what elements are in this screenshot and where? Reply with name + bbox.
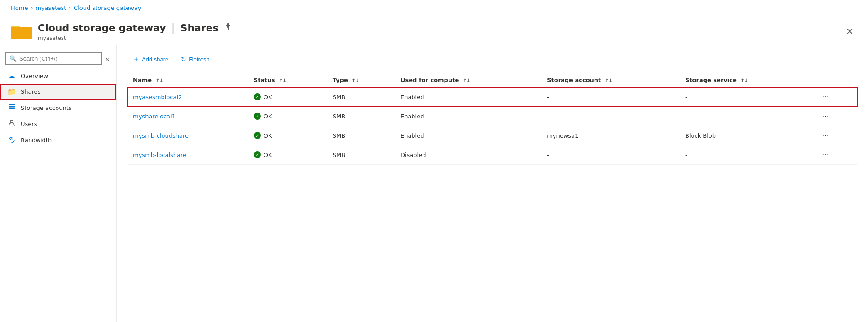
resource-name: Cloud storage gateway	[38, 22, 166, 34]
cell-type: SMB	[327, 107, 395, 126]
pin-icon[interactable]	[224, 23, 232, 33]
svg-rect-6	[9, 104, 15, 105]
nav-label-overview: Overview	[21, 73, 48, 79]
cell-used-for-compute: Enabled	[395, 87, 542, 107]
cell-storage-account: -	[542, 87, 680, 107]
cell-more-actions: ···	[814, 145, 857, 165]
add-share-button[interactable]: ＋ Add share	[128, 52, 174, 66]
svg-rect-7	[9, 106, 15, 108]
svg-point-10	[9, 137, 14, 143]
col-header-used-for-compute[interactable]: Used for compute ↑↓	[395, 73, 542, 87]
sort-icon-type: ↑↓	[352, 78, 359, 83]
status-ok-icon	[254, 151, 261, 158]
folder-icon	[11, 22, 32, 40]
svg-point-9	[10, 120, 13, 123]
col-header-name[interactable]: Name ↑↓	[128, 73, 248, 87]
add-share-label: Add share	[142, 56, 168, 63]
content-area: 🔍 « ☁ Overview 📁 Shares	[0, 45, 868, 322]
cell-storage-account: -	[542, 145, 680, 165]
collapse-sidebar-button[interactable]: «	[104, 53, 111, 64]
table-row[interactable]: myasesmblocal2OKSMBEnabled--···	[128, 87, 857, 107]
bandwidth-icon	[7, 135, 16, 144]
cell-storage-service: Block Blob	[680, 126, 814, 145]
cell-more-actions: ···	[814, 87, 857, 107]
status-label: OK	[264, 132, 272, 139]
cell-storage-service: -	[680, 107, 814, 126]
sidebar: 🔍 « ☁ Overview 📁 Shares	[0, 45, 117, 322]
search-input[interactable]	[19, 55, 98, 62]
search-icon: 🔍	[9, 55, 17, 62]
sort-icon-storage-account: ↑↓	[605, 78, 612, 83]
svg-rect-4	[226, 25, 230, 26]
breadcrumb-sep-2: ›	[69, 5, 71, 11]
cell-storage-account: mynewsa1	[542, 126, 680, 145]
status-label: OK	[264, 94, 272, 100]
cell-type: SMB	[327, 87, 395, 107]
search-container: 🔍 «	[0, 49, 116, 68]
col-header-status[interactable]: Status ↑↓	[248, 73, 327, 87]
cell-name: myasesmblocal2	[128, 87, 248, 107]
share-name-link[interactable]: mysmb-cloudshare	[133, 132, 189, 139]
breadcrumb-cloud-storage-gateway[interactable]: Cloud storage gateway	[74, 4, 141, 11]
cell-storage-service: -	[680, 87, 814, 107]
section-name: Shares	[181, 22, 219, 34]
status-label: OK	[264, 152, 272, 158]
more-actions-button[interactable]: ···	[819, 131, 832, 140]
refresh-button[interactable]: ↻ Refresh	[176, 53, 215, 65]
cell-status: OK	[248, 145, 327, 165]
header-subtitle: myasetest	[38, 35, 837, 41]
sidebar-item-users[interactable]: Users	[0, 116, 116, 132]
col-header-actions	[814, 73, 857, 87]
status-ok-icon	[254, 93, 261, 100]
col-header-type[interactable]: Type ↑↓	[327, 73, 395, 87]
nav-label-storage-accounts: Storage accounts	[21, 104, 72, 111]
status-label: OK	[264, 113, 272, 120]
sidebar-item-overview[interactable]: ☁ Overview	[0, 68, 116, 84]
table-row[interactable]: mysharelocal1OKSMBEnabled--···	[128, 107, 857, 126]
cell-type: SMB	[327, 126, 395, 145]
cell-used-for-compute: Disabled	[395, 145, 542, 165]
shares-table: Name ↑↓ Status ↑↓ Type ↑↓ Used for compu…	[128, 73, 857, 165]
table-header: Name ↑↓ Status ↑↓ Type ↑↓ Used for compu…	[128, 73, 857, 87]
cell-storage-account: -	[542, 107, 680, 126]
sidebar-item-storage-accounts[interactable]: Storage accounts	[0, 100, 116, 116]
sort-icon-compute: ↑↓	[463, 78, 471, 83]
col-header-storage-service[interactable]: Storage service ↑↓	[680, 73, 814, 87]
close-button[interactable]: ✕	[842, 24, 857, 39]
status-ok: OK	[254, 113, 322, 120]
cloud-icon: ☁	[7, 72, 16, 80]
users-icon	[7, 119, 16, 128]
sort-icon-storage-service: ↑↓	[740, 78, 748, 83]
nav-label-bandwidth: Bandwidth	[21, 137, 52, 144]
breadcrumb-home[interactable]: Home	[11, 4, 28, 11]
table-body: myasesmblocal2OKSMBEnabled--···mysharelo…	[128, 87, 857, 165]
cell-name: mysharelocal1	[128, 107, 248, 126]
col-header-storage-account[interactable]: Storage account ↑↓	[542, 73, 680, 87]
status-ok-icon	[254, 113, 261, 120]
more-actions-button[interactable]: ···	[819, 150, 832, 160]
refresh-icon: ↻	[181, 56, 186, 63]
title-divider: |	[171, 22, 175, 34]
sidebar-item-shares[interactable]: 📁 Shares	[0, 84, 116, 100]
share-name-link[interactable]: mysmb-localshare	[133, 152, 186, 158]
share-name-link[interactable]: myasesmblocal2	[133, 94, 182, 100]
cell-used-for-compute: Enabled	[395, 107, 542, 126]
cell-name: mysmb-localshare	[128, 145, 248, 165]
header-title-group: Cloud storage gateway | Shares myasetest	[38, 22, 837, 41]
refresh-label: Refresh	[189, 56, 210, 63]
more-actions-button[interactable]: ···	[819, 92, 832, 102]
folder-nav-icon: 📁	[7, 87, 16, 96]
cell-storage-service: -	[680, 145, 814, 165]
table-row[interactable]: mysmb-localshareOKSMBDisabled--···	[128, 145, 857, 165]
cell-name: mysmb-cloudshare	[128, 126, 248, 145]
sort-icon-status: ↑↓	[279, 78, 286, 83]
cell-status: OK	[248, 87, 327, 107]
breadcrumb-myasetest[interactable]: myasetest	[35, 4, 66, 11]
status-ok: OK	[254, 132, 322, 139]
more-actions-button[interactable]: ···	[819, 111, 832, 121]
table-row[interactable]: mysmb-cloudshareOKSMBEnabledmynewsa1Bloc…	[128, 126, 857, 145]
cell-more-actions: ···	[814, 107, 857, 126]
sort-icon-name: ↑↓	[156, 78, 163, 83]
sidebar-item-bandwidth[interactable]: Bandwidth	[0, 132, 116, 148]
share-name-link[interactable]: mysharelocal1	[133, 113, 176, 120]
